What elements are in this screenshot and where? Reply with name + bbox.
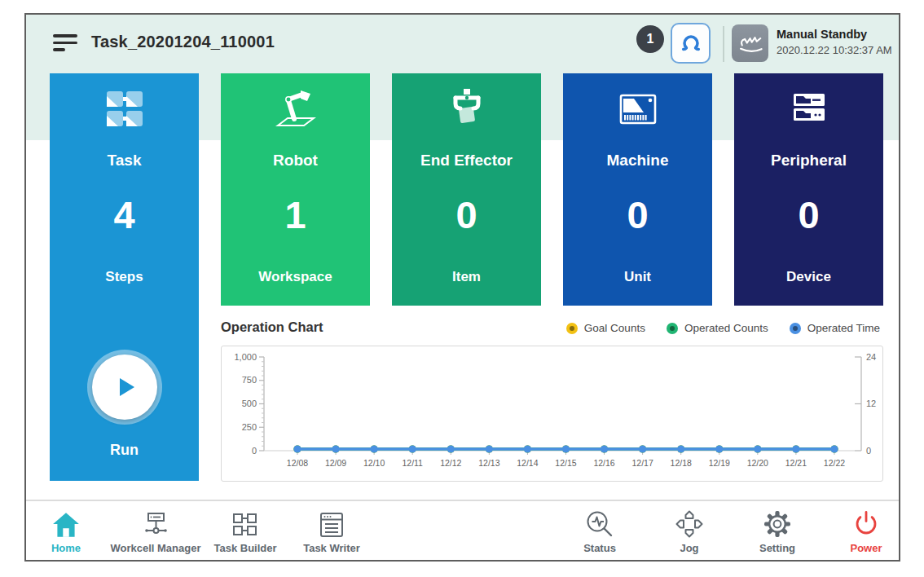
card-value: 1 bbox=[221, 192, 370, 237]
card-value: 0 bbox=[734, 192, 883, 237]
notification-badge: 1 bbox=[636, 25, 664, 53]
card-name: Robot bbox=[221, 152, 370, 170]
svg-text:12/17: 12/17 bbox=[631, 458, 653, 468]
svg-text:12/11: 12/11 bbox=[402, 458, 423, 468]
svg-text:12/12: 12/12 bbox=[440, 458, 461, 468]
play-icon bbox=[111, 373, 139, 401]
setting-icon bbox=[763, 509, 792, 539]
legend-label: Goal Counts bbox=[584, 322, 645, 334]
hand-icon bbox=[737, 30, 764, 56]
nav-item-power[interactable]: Power bbox=[813, 508, 919, 554]
gripper-icon bbox=[678, 29, 704, 57]
card-task[interactable]: Task 4 Steps Run bbox=[50, 73, 199, 481]
task-blocks-icon bbox=[103, 88, 147, 130]
machine-icon bbox=[615, 88, 661, 130]
header-divider bbox=[723, 26, 724, 62]
card-unit: Workspace bbox=[221, 269, 370, 285]
card-machine[interactable]: Machine 0 Unit bbox=[563, 73, 712, 306]
bottom-navigation: Home Workcell Manager Task Builder Task … bbox=[26, 500, 899, 560]
nav-label: Power bbox=[813, 542, 919, 554]
power-icon bbox=[851, 509, 881, 539]
manual-mode-button[interactable] bbox=[732, 24, 768, 62]
card-value: 0 bbox=[563, 192, 712, 237]
card-value: 4 bbox=[50, 192, 199, 237]
home-icon bbox=[51, 511, 81, 539]
svg-text:24: 24 bbox=[866, 352, 876, 362]
svg-text:250: 250 bbox=[242, 422, 257, 432]
menu-icon bbox=[53, 34, 77, 37]
gripper-tool-icon bbox=[445, 87, 489, 131]
svg-text:0: 0 bbox=[866, 446, 871, 456]
run-button[interactable] bbox=[87, 350, 162, 425]
legend-item-operated-time: Operated Time bbox=[790, 322, 880, 334]
card-value: 0 bbox=[392, 192, 541, 237]
card-unit: Steps bbox=[50, 269, 199, 285]
card-name: Machine bbox=[563, 152, 712, 170]
nav-item-task-writer[interactable]: Task Writer bbox=[279, 508, 385, 554]
legend-dot bbox=[566, 323, 578, 334]
svg-text:12/14: 12/14 bbox=[517, 458, 538, 468]
nav-label: Task Writer bbox=[279, 542, 385, 554]
card-name: Task bbox=[50, 152, 199, 170]
card-name: End Effector bbox=[392, 152, 541, 170]
svg-text:1,000: 1,000 bbox=[234, 352, 257, 362]
end-effector-tool-button[interactable] bbox=[671, 23, 711, 64]
legend-dot bbox=[667, 323, 678, 334]
card-end-effector[interactable]: End Effector 0 Item bbox=[392, 73, 541, 306]
menu-button[interactable] bbox=[53, 34, 79, 55]
robot-mode-label: Manual Standby bbox=[777, 28, 892, 41]
card-unit: Unit bbox=[563, 269, 712, 285]
svg-text:12/22: 12/22 bbox=[824, 458, 845, 468]
peripheral-rack-icon bbox=[786, 88, 832, 130]
legend-label: Operated Time bbox=[807, 322, 880, 334]
status-icon bbox=[585, 509, 614, 539]
page-title: Task_20201204_110001 bbox=[91, 33, 275, 51]
svg-text:12/09: 12/09 bbox=[325, 458, 346, 468]
task-writer-icon bbox=[317, 511, 346, 539]
card-unit: Item bbox=[392, 269, 541, 285]
svg-text:0: 0 bbox=[252, 446, 257, 456]
app-frame: Task_20201204_110001 1 Manual Standby 20… bbox=[24, 13, 900, 562]
svg-text:12/15: 12/15 bbox=[555, 458, 576, 468]
chart-legend: Goal Counts Operated Counts Operated Tim… bbox=[566, 322, 880, 334]
card-unit: Device bbox=[734, 269, 883, 285]
legend-dot bbox=[790, 323, 801, 334]
header-timestamp: 2020.12.22 10:32:37 AM bbox=[777, 44, 892, 56]
workcell-manager-icon bbox=[141, 511, 170, 539]
legend-item-goal-counts: Goal Counts bbox=[566, 322, 645, 334]
svg-text:12: 12 bbox=[866, 399, 876, 408]
card-robot[interactable]: Robot 1 Workspace bbox=[221, 73, 370, 306]
legend-label: Operated Counts bbox=[684, 322, 768, 334]
jog-icon bbox=[674, 509, 705, 539]
operation-chart-plot: 02505007501,0000122412/0812/0912/1012/11… bbox=[222, 346, 882, 481]
svg-text:12/21: 12/21 bbox=[785, 458, 807, 468]
svg-text:12/13: 12/13 bbox=[478, 458, 499, 468]
svg-text:12/08: 12/08 bbox=[287, 458, 308, 468]
svg-text:500: 500 bbox=[242, 399, 257, 408]
svg-text:12/19: 12/19 bbox=[709, 458, 730, 468]
operation-chart: 02505007501,0000122412/0812/0912/1012/11… bbox=[221, 346, 883, 482]
card-peripheral[interactable]: Peripheral 0 Device bbox=[734, 73, 883, 306]
legend-item-operated-counts: Operated Counts bbox=[667, 322, 768, 334]
task-builder-icon bbox=[231, 511, 260, 539]
svg-text:12/16: 12/16 bbox=[593, 458, 614, 468]
chart-title: Operation Chart bbox=[221, 319, 323, 335]
robot-teach-pendant-screen: Task_20201204_110001 1 Manual Standby 20… bbox=[0, 0, 924, 577]
card-name: Peripheral bbox=[734, 152, 883, 170]
svg-text:12/20: 12/20 bbox=[747, 458, 768, 468]
run-button-label: Run bbox=[50, 442, 199, 459]
svg-text:12/10: 12/10 bbox=[363, 458, 385, 468]
svg-text:12/18: 12/18 bbox=[671, 458, 692, 468]
svg-text:750: 750 bbox=[242, 375, 257, 385]
robot-arm-icon bbox=[273, 88, 319, 130]
